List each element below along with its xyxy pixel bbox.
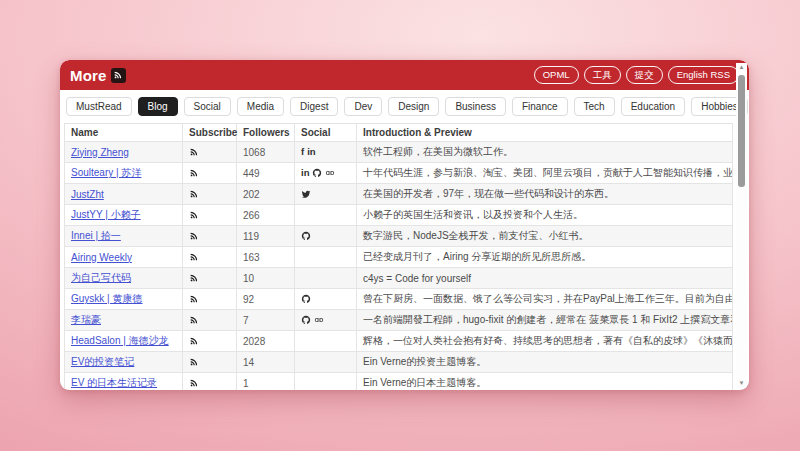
rss-icon[interactable]: [189, 336, 199, 346]
cell-introduction: c4ys = Code for yourself: [357, 268, 733, 289]
cell-introduction: 在美国的开发者，97年，现在做一些代码和设计的东西。: [357, 184, 733, 205]
facebook-icon[interactable]: f: [301, 147, 304, 157]
blog-name-link[interactable]: JustYY | 小赖子: [71, 209, 141, 220]
header-button-3[interactable]: English RSS: [668, 66, 739, 85]
github-icon[interactable]: [301, 315, 311, 325]
tab-design[interactable]: Design: [388, 97, 439, 116]
tab-finance[interactable]: Finance: [512, 97, 568, 116]
linkedin-icon[interactable]: in: [301, 168, 309, 178]
blog-name-link[interactable]: Guyskk | 黄康德: [71, 293, 143, 304]
cell-followers: 119: [237, 226, 295, 247]
cell-followers: 1: [237, 373, 295, 391]
main-panel: More OPML工具提交English RSS MustReadBlogSoc…: [60, 60, 749, 390]
linkedin-icon[interactable]: in: [307, 147, 315, 157]
rss-icon[interactable]: [189, 168, 199, 178]
rss-icon[interactable]: [189, 378, 199, 388]
rss-icon[interactable]: [189, 315, 199, 325]
blog-name-link[interactable]: Innei | 拾一: [71, 230, 121, 241]
column-name: Name: [65, 124, 183, 142]
github-icon[interactable]: [301, 294, 311, 304]
tab-education[interactable]: Education: [621, 97, 685, 116]
blog-name-link[interactable]: JustZht: [71, 189, 104, 200]
scrollbar[interactable]: ▲ ▼: [736, 63, 747, 387]
cell-followers: 10: [237, 268, 295, 289]
rss-icon[interactable]: [189, 231, 199, 241]
cell-name: EV的投资笔记: [65, 352, 183, 373]
social-icons: fin: [301, 147, 350, 157]
table-row: 为自己写代码10c4ys = Code for yourself: [65, 268, 733, 289]
twitter-icon[interactable]: [301, 189, 311, 199]
cell-introduction: 一名前端開發工程師，hugo-fixit 的創建者，經常在 菠菜眾長 1 和 F…: [357, 310, 733, 331]
blog-name-link[interactable]: Ziying Zheng: [71, 147, 129, 158]
cell-followers: 202: [237, 184, 295, 205]
scroll-down-icon[interactable]: ▼: [739, 379, 745, 387]
column-followers: Followers: [237, 124, 295, 142]
blog-table-body: Ziying Zheng1068fin软件工程师，在美国为微软工作。Soulte…: [65, 142, 733, 391]
header-button-1[interactable]: 工具: [584, 66, 621, 85]
link-icon[interactable]: [325, 168, 335, 178]
rss-icon[interactable]: [189, 294, 199, 304]
cell-name: EV 的日本生活记录: [65, 373, 183, 391]
rss-icon[interactable]: [189, 189, 199, 199]
cell-name: Soulteary | 苏洋: [65, 163, 183, 184]
rss-icon[interactable]: [189, 252, 199, 262]
blog-table-container: Name Subscribe Followers Social Introduc…: [64, 123, 733, 390]
blog-name-link[interactable]: HeadSalon | 海德沙龙: [71, 335, 169, 346]
tab-social[interactable]: Social: [184, 97, 231, 116]
cell-introduction: 软件工程师，在美国为微软工作。: [357, 142, 733, 163]
header-button-0[interactable]: OPML: [534, 66, 579, 85]
tab-dev[interactable]: Dev: [344, 97, 382, 116]
cell-subscribe: [183, 163, 237, 184]
blog-name-link[interactable]: Airing Weekly: [71, 252, 132, 263]
tab-tech[interactable]: Tech: [574, 97, 615, 116]
scroll-thumb[interactable]: [738, 75, 745, 187]
brand-name: More: [70, 67, 107, 84]
column-social: Social: [295, 124, 357, 142]
rss-icon[interactable]: [189, 273, 199, 283]
blog-name-link[interactable]: EV的投资笔记: [71, 356, 134, 367]
scroll-track[interactable]: [736, 71, 747, 379]
cell-subscribe: [183, 247, 237, 268]
cell-name: JustZht: [65, 184, 183, 205]
cell-name: Guyskk | 黄康德: [65, 289, 183, 310]
brand-logo[interactable]: More: [70, 67, 126, 84]
column-introduction: Introduction & Preview: [357, 124, 733, 142]
table-row: Ziying Zheng1068fin软件工程师，在美国为微软工作。: [65, 142, 733, 163]
tab-mustread[interactable]: MustRead: [66, 97, 132, 116]
table-header: Name Subscribe Followers Social Introduc…: [65, 124, 733, 142]
table-row: JustYY | 小赖子266小赖子的英国生活和资讯，以及投资和个人生活。: [65, 205, 733, 226]
blog-name-link[interactable]: Soulteary | 苏洋: [71, 167, 141, 178]
table-row: Soulteary | 苏洋449in十年代码生涯，参与新浪、淘宝、美团、阿里云…: [65, 163, 733, 184]
rss-icon[interactable]: [189, 210, 199, 220]
tab-media[interactable]: Media: [237, 97, 284, 116]
cell-subscribe: [183, 184, 237, 205]
table-row: Guyskk | 黄康德92曾在下厨房、一面数据、饿了么等公司实习，并在PayP…: [65, 289, 733, 310]
header-actions: OPML工具提交English RSS: [534, 66, 739, 85]
blog-name-link[interactable]: EV 的日本生活记录: [71, 377, 157, 388]
cell-introduction: 数字游民，NodeJS全栈开发，前支付宝、小红书。: [357, 226, 733, 247]
cell-followers: 2028: [237, 331, 295, 352]
cell-followers: 92: [237, 289, 295, 310]
github-icon[interactable]: [312, 168, 322, 178]
cell-introduction: Ein Verne的日本主题博客。: [357, 373, 733, 391]
header-button-2[interactable]: 提交: [626, 66, 663, 85]
cell-subscribe: [183, 373, 237, 391]
blog-name-link[interactable]: 为自己写代码: [71, 272, 131, 283]
link-icon[interactable]: [314, 315, 324, 325]
table-row: Innei | 拾一119数字游民，NodeJS全栈开发，前支付宝、小红书。: [65, 226, 733, 247]
table-row: JustZht202在美国的开发者，97年，现在做一些代码和设计的东西。: [65, 184, 733, 205]
cell-subscribe: [183, 331, 237, 352]
github-icon[interactable]: [301, 231, 311, 241]
blog-name-link[interactable]: 李瑞豪: [71, 314, 101, 325]
scroll-up-icon[interactable]: ▲: [739, 63, 745, 71]
app-header: More OPML工具提交English RSS: [60, 60, 749, 90]
social-icons: [301, 294, 350, 304]
tab-business[interactable]: Business: [445, 97, 506, 116]
rss-icon[interactable]: [189, 147, 199, 157]
tab-digest[interactable]: Digest: [290, 97, 338, 116]
cell-subscribe: [183, 205, 237, 226]
tab-blog[interactable]: Blog: [138, 97, 178, 116]
rss-icon[interactable]: [189, 357, 199, 367]
cell-subscribe: [183, 310, 237, 331]
cell-subscribe: [183, 268, 237, 289]
